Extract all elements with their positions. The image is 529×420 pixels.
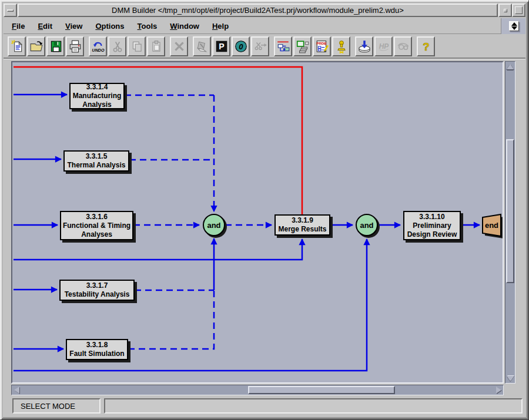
canvas-frame: 3.3.1.4 Manufacturing Analysis 3.3.1.5 T… [11,61,504,384]
task-node-3316[interactable]: 3.3.1.6 Functional & Timing Analyses [60,211,133,240]
task-node-line: 3.3.1.9 [292,216,313,225]
scroll-left-icon [14,387,19,394]
toolbar-prdb-form-button[interactable]: PRDB [313,36,331,56]
sash-up-icon [511,22,517,26]
toolbar-p-button[interactable]: P [212,36,230,56]
gateway-label: and [207,221,220,230]
task-node-line: Manufacturing [73,92,122,100]
paste-icon [149,39,163,53]
and-gateway-1[interactable]: and [203,214,225,236]
import-stack-icon [357,39,371,53]
task-node-line: Thermal Analysis [68,161,126,170]
banner-tool-icon [195,39,209,53]
prdb-form-icon: PRDB [315,39,329,53]
scroll-up-button[interactable] [505,62,515,71]
dashed-connector-3318[interactable] [128,290,214,349]
vertical-scrollbar[interactable] [505,61,515,384]
svg-text:?: ? [423,41,429,53]
and-gateway-2[interactable]: and [356,214,378,236]
task-node-3315[interactable]: 3.3.1.5 Thermal Analysis [63,150,129,172]
titlebar: DMM Builder </tmp_mnt/opt/eif/project/Bu… [4,4,525,17]
toolbar-delete-button[interactable] [170,36,188,56]
task-node-3314[interactable]: 3.3.1.4 Manufacturing Analysis [69,83,125,109]
delete-x-icon [172,39,186,53]
p-tool-icon: P [215,39,229,53]
toolbar-cut-connector-button[interactable] [251,36,269,56]
task-node-line: 3.3.1.6 [86,213,108,221]
copy-icon [130,39,144,53]
minimize-button[interactable] [498,4,512,17]
task-node-line: 3.3.1.5 [86,152,108,161]
toolbar-save-button[interactable] [46,36,65,56]
menu-view[interactable]: View [61,19,87,33]
task-node-line: Fault Simulation [69,350,124,358]
toolbar-import-button[interactable] [355,36,373,56]
statusbar: SELECT MODE [3,395,526,417]
toolbar-help-button[interactable]: ? [417,36,435,56]
window-menu-button[interactable] [4,4,17,17]
solid-connector-merge-bottom[interactable] [14,239,302,260]
maximize-icon [515,6,523,14]
red-connector[interactable] [14,67,302,215]
window-menu-icon [7,9,14,12]
task-node-line: 3.3.1.10 [419,213,444,221]
vertical-scroll-thumb[interactable] [506,139,514,283]
task-node-33110[interactable]: 3.3.1.10 Preliminary Design Review [403,211,461,240]
scroll-right-button[interactable] [494,385,503,395]
scroll-down-button[interactable] [505,374,515,383]
task-node-3317[interactable]: 3.3.1.7 Testability Analysis [59,280,135,301]
toolbar-banner-button[interactable] [193,36,211,56]
svg-text:UNDO: UNDO [92,48,104,52]
task-node-line: Design Review [407,230,457,239]
stamp-tool-icon [334,39,349,53]
toolbar-undo-button[interactable]: UNDO [89,36,107,56]
toolbar: UNDO [4,35,525,59]
gateway-label: and [360,221,373,230]
task-node-line: Analyses [81,230,112,239]
toolbar-zero-button[interactable]: 0 [232,36,250,56]
menu-edit[interactable]: Edit [33,19,57,33]
end-label-text: end [485,221,498,230]
toolbar-open-button[interactable] [27,36,45,56]
menu-help[interactable]: Help [207,19,233,33]
menu-tools[interactable]: Tools [133,19,162,33]
toolbar-print-button[interactable] [66,36,84,56]
task-node-3319[interactable]: 3.3.1.9 Merge Results [274,214,330,236]
save-floppy-icon [49,39,63,53]
toolbar-stamp-button[interactable] [332,36,350,56]
message-area [104,398,523,414]
scroll-left-button[interactable] [12,385,21,395]
toolbar-cut-button[interactable] [108,36,126,56]
end-node-label: end [483,216,501,235]
task-node-3318[interactable]: 3.3.1.8 Fault Simulation [66,339,128,360]
pane-sash-button[interactable] [509,21,519,31]
toolbar-hp-button[interactable]: HP [374,36,393,56]
hp-tool-icon: HP [377,39,391,53]
workflow-diagram-icon [276,39,290,53]
menu-window[interactable]: Window [165,19,204,33]
toolbar-window-stack-button[interactable] [293,36,312,56]
scroll-right-icon [496,387,501,394]
minimize-icon [504,9,507,12]
horizontal-scroll-thumb[interactable] [248,386,395,394]
toolbar-paste-button[interactable] [147,36,165,56]
sash-down-icon [511,26,517,30]
menu-file[interactable]: File [7,19,29,33]
toolbar-workflow-button[interactable] [274,36,292,56]
maximize-button[interactable] [512,4,525,17]
window-title: DMM Builder </tmp_mnt/opt/eif/project/Bu… [18,4,498,17]
toolbar-new-document-button[interactable] [8,36,26,56]
toolbar-copy-button[interactable] [128,36,146,56]
window-stack-icon [296,39,310,53]
help-question-icon: ? [419,39,433,53]
task-node-line: 3.3.1.7 [86,281,108,290]
toolbar-inspect-button[interactable] [394,36,412,56]
task-node-line: Analysis [82,100,111,109]
menu-options[interactable]: Options [91,19,129,33]
task-node-line: Functional & Timing [63,221,130,230]
workflow-canvas[interactable]: 3.3.1.4 Manufacturing Analysis 3.3.1.5 T… [12,62,503,382]
horizontal-scrollbar[interactable] [11,385,504,395]
mode-indicator: SELECT MODE [12,398,101,414]
task-node-line: 3.3.1.4 [86,83,108,92]
menubar-sash-panel [501,18,525,34]
